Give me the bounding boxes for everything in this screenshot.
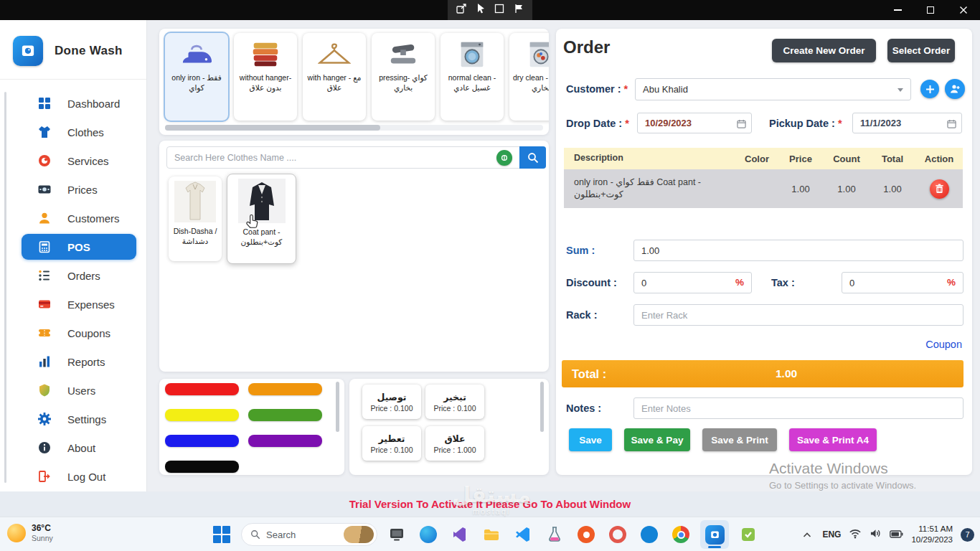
battery-icon[interactable] <box>890 528 903 541</box>
discount-input[interactable] <box>633 272 752 293</box>
close-button[interactable] <box>947 0 980 20</box>
rack-input[interactable] <box>633 304 963 326</box>
wifi-icon[interactable] <box>849 528 862 542</box>
service-label: without hanger- بدون علاق <box>234 72 297 93</box>
notification-badge[interactable]: 7 <box>961 528 974 542</box>
service-card-only-iron[interactable]: only iron - فقط كواي <box>165 33 228 121</box>
cell-total: 1.00 <box>870 184 915 194</box>
coupon-link[interactable]: Coupon <box>925 339 962 350</box>
taskbar-weather-widget[interactable]: 36°C Sunny <box>7 523 53 542</box>
service-card-with-hanger[interactable]: with hanger - مع علاق <box>303 33 366 121</box>
sidebar-item-customers[interactable]: Customers <box>0 204 146 232</box>
add-customer-button[interactable] <box>920 80 939 98</box>
drop-date-input[interactable]: 10/29/2023 <box>637 113 752 133</box>
customer-combobox[interactable]: Abu Khalid <box>635 78 911 100</box>
minimize-button[interactable] <box>881 0 914 20</box>
sidebar-item-pos[interactable]: POS <box>22 234 136 260</box>
product-card-dishdasha[interactable]: Dish-Dasha / دشداشة <box>169 176 222 261</box>
color-swatch-yellow[interactable] <box>165 409 239 421</box>
taskbar-search-box[interactable]: Search <box>241 523 377 546</box>
color-swatch-red[interactable] <box>165 383 239 395</box>
services-scrollbar-thumb[interactable] <box>165 125 380 131</box>
taskbar-flask-app-icon[interactable] <box>542 522 567 547</box>
trial-notice-bar: Trial Version To Activate It Please Go T… <box>0 491 980 517</box>
search-input[interactable] <box>167 153 496 163</box>
sidebar-item-services[interactable]: Services <box>0 146 146 175</box>
color-swatch-orange[interactable] <box>248 383 322 395</box>
save-button[interactable]: Save <box>569 428 612 451</box>
services-scrollbar-track[interactable] <box>165 125 543 131</box>
tax-input[interactable] <box>842 272 963 293</box>
sidebar-item-expenses[interactable]: Expenses <box>0 290 146 319</box>
search-button[interactable] <box>519 146 546 169</box>
color-swatch-black[interactable] <box>165 461 239 473</box>
extra-card-delivery[interactable]: توصيل Price : 0.100 <box>362 385 421 419</box>
order-title: Order <box>563 37 610 57</box>
notes-input[interactable] <box>633 397 963 419</box>
col-total: Total <box>870 154 915 164</box>
taskbar-folder-icon[interactable] <box>479 522 504 547</box>
taskbar-visual-studio-icon[interactable] <box>448 522 472 547</box>
service-card-normal-clean[interactable]: normal clean - غسيل عادي <box>440 33 504 121</box>
extra-card-steaming[interactable]: تبخير Price : 0.100 <box>425 385 484 419</box>
green-circle-button[interactable] <box>496 150 512 166</box>
sidebar-item-prices[interactable]: Prices <box>0 175 146 204</box>
sidebar-item-label: Clothes <box>67 126 104 138</box>
language-indicator[interactable]: ENG <box>822 529 841 540</box>
taskbar-clock[interactable]: 11:51 AM 10/29/2023 <box>911 524 953 545</box>
dishdasha-image <box>174 181 216 225</box>
taskbar-red-ring-app-icon[interactable] <box>606 522 630 547</box>
sidebar-item-coupons[interactable]: Coupons <box>0 319 146 347</box>
sidebar-item-orders[interactable]: Orders <box>0 261 146 290</box>
create-new-order-button[interactable]: Create New Order <box>772 39 876 62</box>
taskbar-monitor-app-icon[interactable] <box>385 522 409 547</box>
sidebar-item-users[interactable]: Users <box>0 376 146 405</box>
cell-price: 1.00 <box>778 184 824 194</box>
customer-list-button[interactable] <box>945 79 965 99</box>
colors-scrollbar[interactable] <box>336 382 339 432</box>
extra-card-perfuming[interactable]: تعطير Price : 0.100 <box>362 426 421 461</box>
taskbar: 36°C Sunny Search <box>0 517 980 551</box>
sidebar-item-about[interactable]: About <box>0 433 146 462</box>
color-swatch-purple[interactable] <box>248 435 322 447</box>
sidebar-item-label: Orders <box>67 270 100 282</box>
calendar-icon[interactable] <box>737 119 746 131</box>
total-label: Total : <box>562 367 606 381</box>
sum-input[interactable] <box>633 240 963 261</box>
sidebar-item-reports[interactable]: Reports <box>0 347 146 376</box>
extras-scrollbar[interactable] <box>540 382 544 432</box>
save-and-print-a4-button[interactable]: Save & Print A4 <box>789 428 877 451</box>
taskbar-vscode-icon[interactable] <box>511 522 535 547</box>
taskbar-chrome-icon[interactable] <box>669 522 693 547</box>
order-line-item[interactable]: only iron - فقط كواي Coat pant - كوت+بنط… <box>564 169 963 208</box>
service-card-dry-clean[interactable]: dry clean - غسيل بخاري <box>509 33 549 121</box>
taskbar-blue-circle-app-icon[interactable] <box>637 522 661 547</box>
tax-label: Tax : <box>771 277 795 288</box>
save-and-print-button[interactable]: Save & Print <box>702 428 777 451</box>
save-and-pay-button[interactable]: Save & Pay <box>624 428 690 451</box>
start-button[interactable] <box>209 522 234 547</box>
taskbar-green-app-icon[interactable] <box>736 522 760 547</box>
product-card-coat-pant[interactable]: Coat pant - كوت+بنطلون <box>227 174 296 264</box>
taskbar-done-wash-app-active[interactable] <box>700 520 729 549</box>
color-swatch-green[interactable] <box>248 409 322 421</box>
delete-line-button[interactable] <box>930 179 949 199</box>
color-swatch-blue[interactable] <box>165 435 239 447</box>
service-card-pressing[interactable]: pressing- كواي بخاري <box>372 33 435 121</box>
pickup-date-input[interactable]: 11/1/2023 <box>852 113 962 133</box>
extra-price: Price : 0.100 <box>434 404 476 413</box>
taskbar-edge-browser-icon[interactable] <box>416 522 440 547</box>
sidebar-item-clothes[interactable]: Clothes <box>0 118 146 146</box>
calendar-icon[interactable] <box>947 119 956 131</box>
maximize-button[interactable] <box>914 0 947 20</box>
tray-chevron-up-icon[interactable] <box>800 522 814 547</box>
service-label: normal clean - غسيل عادي <box>440 72 504 93</box>
service-card-without-hanger[interactable]: without hanger- بدون علاق <box>234 33 297 121</box>
sidebar-item-dashboard[interactable]: Dashboard <box>0 89 146 118</box>
sidebar-item-logout[interactable]: Log Out <box>0 462 146 491</box>
sidebar-item-settings[interactable]: Settings <box>0 405 146 433</box>
select-order-button[interactable]: Select Order <box>887 39 955 62</box>
extra-card-hanger[interactable]: علاق Price : 1.000 <box>425 426 484 461</box>
volume-icon[interactable] <box>870 528 882 542</box>
taskbar-orange-app-icon[interactable] <box>574 522 598 547</box>
